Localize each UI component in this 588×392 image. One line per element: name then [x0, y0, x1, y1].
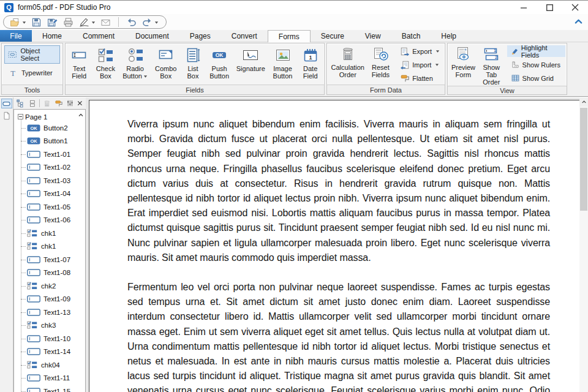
properties-sliders-icon[interactable] — [66, 99, 74, 107]
tab-secure[interactable]: Secure — [311, 30, 355, 42]
reset-fields-button[interactable]: Reset Fields — [366, 43, 396, 78]
show-rulers-button[interactable]: Show Rulers — [507, 59, 565, 70]
export-dropdown-icon — [435, 49, 440, 53]
object-select-button[interactable]: Object Select — [4, 45, 60, 64]
tab-view[interactable]: View — [355, 30, 391, 42]
tree-item-text1-02[interactable]: Text1-02 — [21, 161, 85, 175]
sign-button[interactable] — [78, 17, 96, 28]
tree-item-text1-10[interactable]: Text1-10 — [21, 332, 85, 345]
maximize-button[interactable] — [537, 1, 562, 14]
tree-item-text1-09[interactable]: Text1-09 — [21, 293, 85, 306]
undo-button[interactable] — [126, 17, 137, 28]
scrollbar-thumb[interactable] — [580, 108, 587, 211]
redo-dropdown-icon — [154, 20, 159, 24]
text-field-button[interactable]: Text Field — [67, 45, 91, 80]
calculation-order-icon — [339, 45, 356, 62]
show-tab-order-label: Show Tab Order — [483, 64, 500, 86]
list-box-button[interactable]: List Box — [181, 45, 205, 80]
fields-tree-icon[interactable] — [16, 99, 25, 108]
object-select-icon — [7, 49, 17, 60]
field-label: Text1-08 — [43, 269, 70, 276]
scroll-up-arrow[interactable] — [579, 97, 588, 107]
tab-batch[interactable]: Batch — [391, 30, 431, 42]
print-button[interactable] — [62, 17, 74, 28]
save-button[interactable] — [31, 17, 42, 28]
open-button[interactable] — [9, 17, 26, 28]
tab-pages[interactable]: Pages — [179, 30, 221, 42]
tree-item-text1-11[interactable]: Text1-11 — [21, 372, 85, 385]
tree-item-chk3[interactable]: chk3 — [21, 319, 85, 333]
tree-item-text1-01[interactable]: Text1-01 — [21, 148, 85, 161]
import-icon — [400, 60, 410, 70]
pages-panel-tab[interactable] — [1, 111, 12, 121]
combo-box-button[interactable]: Combo Box — [152, 45, 180, 80]
radio-button-button[interactable]: Radio Button — [120, 45, 151, 80]
tree-item-text1-13[interactable]: Text1-13 — [21, 306, 85, 319]
tree-item-text1-14[interactable]: Text1-14 — [21, 345, 85, 359]
push-button-icon — [211, 47, 228, 64]
ribbon-forms: Object Select Typewriter Tools Text Fiel… — [0, 42, 588, 97]
close-button[interactable] — [562, 1, 588, 14]
tree-root-page[interactable]: Page 1 — [14, 110, 85, 121]
calculation-order-icon[interactable] — [43, 99, 51, 108]
preview-form-button[interactable]: Preview Form — [450, 43, 477, 78]
import-button[interactable]: Import — [396, 59, 443, 70]
typewriter-button[interactable]: Typewriter — [4, 66, 60, 80]
tree-item-button1[interactable]: Button1 — [21, 135, 85, 148]
show-rulers-icon — [511, 60, 520, 69]
show-grid-icon — [511, 74, 520, 83]
tree-item-text1-03[interactable]: Text1-03 — [21, 174, 85, 187]
tree-item-text1-04[interactable]: Text1-04 — [21, 187, 85, 201]
image-button-button[interactable]: Image Button — [269, 45, 297, 80]
minimize-button[interactable] — [511, 1, 537, 14]
push-button-button[interactable]: Push Button — [206, 45, 233, 80]
text-field-icon — [27, 309, 40, 316]
tree-item-text1-08[interactable]: Text1-08 — [21, 266, 85, 280]
tab-convert[interactable]: Convert — [221, 30, 268, 42]
redo-button[interactable] — [141, 17, 159, 28]
flatten-icon[interactable] — [55, 99, 63, 108]
field-label: Text1-07 — [43, 256, 70, 263]
field-label: Text1-09 — [43, 295, 70, 303]
fields-panel-toolbar — [13, 97, 86, 109]
tab-file[interactable]: File — [0, 30, 32, 42]
tree-scroll-up-arrow[interactable] — [78, 112, 84, 119]
import-label: Import — [412, 61, 431, 69]
tree-item-chk1b[interactable]: chk1 — [21, 240, 85, 254]
tree-item-text1-15[interactable]: Text1-15 — [21, 385, 85, 392]
tab-order-icon[interactable] — [28, 99, 37, 108]
toolbar-separator — [118, 17, 119, 27]
signature-button[interactable]: Signature — [234, 45, 267, 72]
save-as-button[interactable] — [47, 17, 58, 28]
vertical-scrollbar[interactable] — [579, 97, 588, 392]
tab-help[interactable]: Help — [431, 30, 467, 42]
tree-item-chk04[interactable]: chk04 — [21, 358, 85, 372]
tree-item-text1-06[interactable]: Text1-06 — [21, 214, 85, 227]
export-button[interactable]: Export — [396, 45, 443, 57]
check-box-label: Check Box — [96, 65, 115, 80]
show-grid-button[interactable]: Show Grid — [507, 72, 565, 84]
tree-item-chk1[interactable]: chk1 — [21, 227, 85, 240]
tab-document[interactable]: Document — [125, 30, 179, 42]
email-button[interactable] — [100, 17, 111, 28]
date-field-button[interactable]: Date Field — [298, 45, 323, 80]
tree-item-text1-05[interactable]: Text1-05 — [21, 200, 85, 214]
tree-item-chk2[interactable]: chk2 — [21, 279, 85, 293]
check-box-button[interactable]: Check Box — [92, 45, 118, 80]
show-tab-order-button[interactable]: Show Tab Order — [477, 43, 506, 86]
fields-panel-tab[interactable] — [1, 99, 12, 108]
text-field-icon — [27, 151, 40, 158]
field-label: chk04 — [41, 361, 60, 369]
tab-home[interactable]: Home — [32, 30, 72, 42]
calculation-order-button[interactable]: Calculation Order — [330, 43, 366, 78]
field-label: Text1-03 — [43, 177, 70, 184]
collapse-ribbon-button[interactable] — [574, 17, 583, 29]
tab-comment[interactable]: Comment — [72, 30, 125, 42]
close-panel-icon[interactable] — [77, 100, 83, 107]
highlight-fields-button[interactable]: Highlight Fields — [507, 45, 565, 57]
radio-button-icon — [127, 47, 144, 64]
flatten-button[interactable]: Flatten — [396, 72, 443, 84]
tab-forms[interactable]: Forms — [268, 30, 311, 42]
tree-item-text1-07[interactable]: Text1-07 — [21, 253, 85, 266]
tree-item-button2[interactable]: Button2 — [21, 121, 85, 135]
